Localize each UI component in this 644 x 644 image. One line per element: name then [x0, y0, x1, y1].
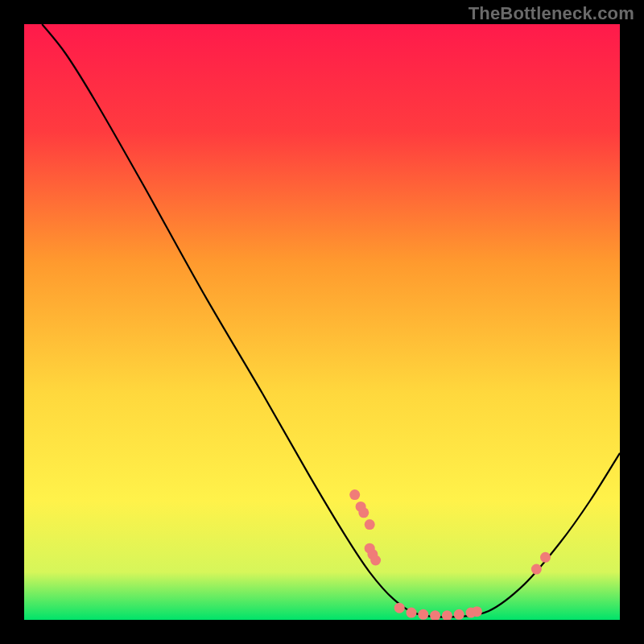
data-marker: [349, 489, 360, 500]
data-marker: [365, 519, 375, 530]
data-marker: [472, 606, 482, 617]
data-marker: [531, 564, 542, 575]
chart-frame: TheBottleneck.com: [0, 0, 644, 644]
watermark-text: TheBottleneck.com: [469, 3, 634, 24]
data-marker: [370, 555, 381, 566]
bottleneck-chart: [24, 24, 620, 620]
gradient-background: [24, 24, 620, 620]
data-marker: [418, 609, 428, 620]
data-marker: [394, 603, 405, 613]
data-marker: [454, 609, 464, 620]
data-marker: [358, 507, 369, 518]
data-marker: [407, 608, 417, 618]
data-marker: [540, 552, 551, 563]
